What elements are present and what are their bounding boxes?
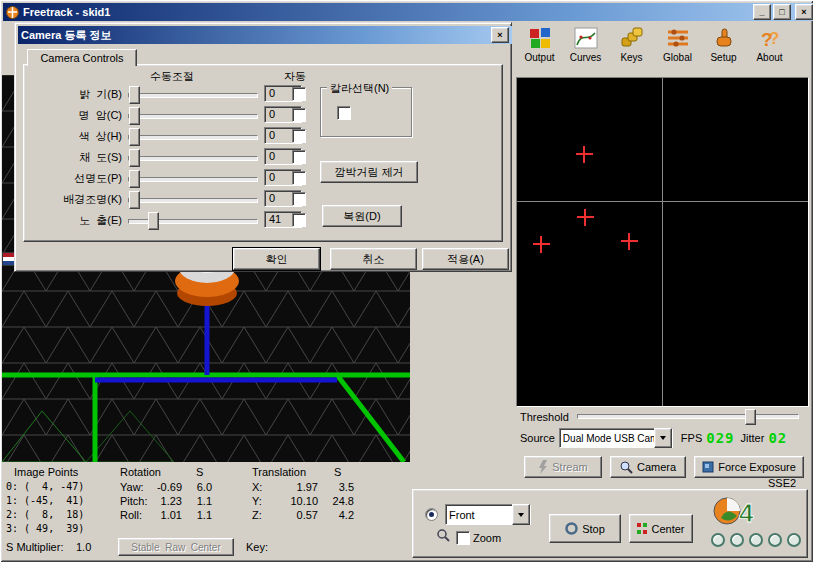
sse-label: SSE2: [768, 477, 796, 489]
source-row: Source Dual Mode USB Camera Plus FPS 029…: [520, 428, 808, 448]
manual-adjust-header: 수동조절: [150, 69, 194, 84]
exposure-slider[interactable]: [128, 211, 256, 229]
camera-button[interactable]: Camera: [610, 456, 686, 478]
slider-thumb[interactable]: [129, 170, 140, 188]
toolbar-item-keys[interactable]: Keys: [610, 24, 653, 63]
stop-button[interactable]: Stop: [549, 514, 621, 543]
image-point: 2: ( 8, 18): [6, 509, 84, 520]
camera-view[interactable]: [516, 77, 809, 407]
led-icon: [711, 533, 725, 547]
col-rotation-s: S: [196, 466, 203, 478]
backlight-auto-checkbox[interactable]: [292, 192, 306, 206]
sharpness-slider[interactable]: [128, 169, 256, 187]
color-select-checkbox[interactable]: [337, 106, 351, 120]
minimize-button[interactable]: _: [753, 4, 771, 20]
app-icon: [6, 6, 19, 19]
dialog-close-button[interactable]: ×: [491, 27, 509, 43]
image-point: 3: ( 49, 39): [6, 523, 84, 534]
view-dropdown-arrow[interactable]: [512, 504, 530, 525]
source-label: Source: [520, 432, 555, 444]
tracking-point-marker: [621, 233, 638, 250]
brightness-slider[interactable]: [128, 85, 256, 103]
control-row-brightness: 밝 기(B) 0: [24, 85, 502, 103]
contrast-auto-checkbox[interactable]: [292, 108, 306, 122]
brightness-auto-checkbox[interactable]: [292, 87, 306, 101]
saturation-label: 채 도(S): [32, 150, 122, 165]
rotation-value: 1.01: [144, 509, 182, 521]
flicker-removal-button[interactable]: 깜박거림 제거: [320, 161, 418, 183]
fps-value: 029: [706, 430, 734, 446]
control-row-exposure: 노 출(E) 41: [24, 211, 502, 229]
close-button[interactable]: ×: [795, 4, 813, 20]
cancel-button[interactable]: 취소: [330, 248, 417, 270]
control-row-hue: 색 상(H) 0: [24, 127, 502, 145]
tracking-point-marker: [533, 236, 550, 253]
toolbar-item-output[interactable]: Output: [518, 24, 561, 63]
toolbar-item-global[interactable]: Global: [656, 24, 699, 63]
force-exposure-button[interactable]: Force Exposure: [694, 456, 804, 478]
rotation-axis: Roll:: [120, 509, 142, 521]
slider-thumb[interactable]: [129, 86, 140, 104]
toolbar-item-setup[interactable]: Setup: [702, 24, 745, 63]
hue-label: 색 상(H): [32, 129, 122, 144]
threshold-track: [577, 414, 799, 419]
apply-button[interactable]: 적용(A): [422, 248, 509, 270]
camera-button-row: Stream Camera Force Exposure: [524, 456, 804, 478]
saturation-slider[interactable]: [128, 148, 256, 166]
saturation-auto-checkbox[interactable]: [292, 150, 306, 164]
status-led-row: [711, 533, 801, 547]
force-exposure-icon: [702, 461, 714, 473]
stable-raw-center-button[interactable]: Stable Raw Center: [118, 538, 234, 556]
tab-label: Camera Controls: [40, 52, 123, 64]
slider-thumb[interactable]: [129, 149, 140, 167]
slider-thumb[interactable]: [129, 107, 140, 125]
control-row-contrast: 명 암(C) 0: [24, 106, 502, 124]
translation-axis: X:: [252, 481, 262, 493]
auto-header: 자동: [284, 69, 306, 84]
tab-camera-controls[interactable]: Camera Controls: [27, 49, 137, 66]
hue-slider[interactable]: [128, 127, 256, 145]
sharpness-auto-checkbox[interactable]: [292, 171, 306, 185]
source-dropdown-arrow[interactable]: [654, 428, 672, 448]
color-select-group: 칼라선택(N): [320, 87, 412, 137]
dialog-titlebar[interactable]: Camera 등록 정보 ×: [18, 26, 512, 44]
maximize-button[interactable]: □: [773, 4, 791, 20]
window-titlebar[interactable]: Freetrack - skid1 _ □ ×: [3, 3, 813, 21]
zoom-checkbox[interactable]: [456, 531, 470, 545]
restore-defaults-button[interactable]: 복원(D): [322, 205, 402, 227]
toolbar-label: About: [748, 52, 791, 63]
slider-track: [128, 114, 258, 119]
threshold-slider[interactable]: [577, 414, 797, 419]
toolbar-item-curves[interactable]: Curves: [564, 24, 607, 63]
source-select[interactable]: Dual Mode USB Camera Plus: [559, 428, 673, 448]
output-icon: [518, 24, 561, 52]
ok-button[interactable]: 확인: [233, 248, 320, 270]
contrast-label: 명 암(C): [32, 108, 122, 123]
translation-axis: Z:: [252, 509, 262, 521]
setup-icon: [702, 24, 745, 52]
col-image-points: Image Points: [14, 466, 78, 478]
control-row-saturation: 채 도(S) 0: [24, 148, 502, 166]
toolbar-item-about[interactable]: ?? About: [748, 24, 791, 63]
stream-button[interactable]: Stream: [524, 456, 602, 478]
zoom-magnifier-icon: [437, 529, 450, 542]
hue-auto-checkbox[interactable]: [292, 129, 306, 143]
view-radio[interactable]: [425, 508, 438, 521]
slider-thumb[interactable]: [129, 191, 140, 209]
keys-icon: [610, 24, 653, 52]
slider-track: [128, 156, 258, 161]
slider-thumb[interactable]: [129, 128, 140, 146]
brightness-label: 밝 기(B): [32, 87, 122, 102]
backlight-slider[interactable]: [128, 190, 256, 208]
slider-thumb[interactable]: [148, 212, 159, 230]
exposure-auto-checkbox[interactable]: [292, 213, 306, 227]
threshold-thumb[interactable]: [745, 409, 756, 425]
about-icon: ??: [748, 24, 791, 52]
center-button[interactable]: Center: [629, 514, 693, 543]
col-translation: Translation: [252, 466, 306, 478]
freetrack-logo: 4: [711, 494, 767, 528]
contrast-slider[interactable]: [128, 106, 256, 124]
color-select-label: 칼라선택(N): [327, 81, 392, 96]
global-icon: [656, 24, 699, 52]
view-select[interactable]: Front: [445, 504, 531, 525]
